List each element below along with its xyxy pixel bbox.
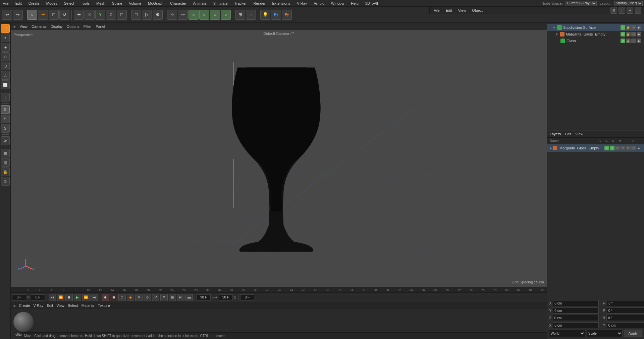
mesh-tool-1[interactable]: ✦ xyxy=(1,33,10,42)
snap-btn[interactable]: ⊹ xyxy=(167,10,177,20)
z-pos-input[interactable]: 0 cm xyxy=(553,315,599,321)
rotate-tool[interactable]: ↺ xyxy=(59,10,69,20)
del-key-btn[interactable]: ✕ xyxy=(135,294,143,301)
layer-btn-s[interactable]: ✓ xyxy=(604,146,609,150)
subdiv-vis-btn[interactable]: ✓ xyxy=(621,25,625,30)
tab-file[interactable]: File xyxy=(432,8,441,12)
menu-render[interactable]: Render xyxy=(252,1,267,5)
motion-btn[interactable]: M xyxy=(160,294,168,301)
y-axis-btn[interactable]: Y xyxy=(95,10,105,20)
tab-view[interactable]: View xyxy=(457,8,468,12)
glass-arrow-btn[interactable]: ▶ xyxy=(637,39,641,43)
move-3d[interactable]: ↕ xyxy=(1,93,10,101)
sculpt-s2[interactable]: S xyxy=(1,115,10,123)
y-pos-input[interactable]: 0 cm xyxy=(553,308,599,314)
vp-menu-view[interactable]: View xyxy=(19,24,28,28)
preview-start-input[interactable] xyxy=(197,294,211,300)
mat-menu-icon[interactable]: ≡ xyxy=(13,303,15,308)
menu-arnold[interactable]: Arnold xyxy=(312,1,326,5)
menu-select[interactable]: Select xyxy=(63,1,76,5)
mat-menu-select[interactable]: Select xyxy=(68,303,78,308)
panel-icon-1[interactable]: ⊞ xyxy=(610,7,617,14)
py-btn2[interactable]: Py xyxy=(282,10,292,20)
glass-empty-vis-btn[interactable]: ✓ xyxy=(621,32,625,37)
layer-btn-v[interactable]: ✓ xyxy=(610,146,614,150)
selection-tool[interactable]: ○ xyxy=(27,10,37,20)
glass-empty-arrow-btn[interactable]: ▶ xyxy=(637,32,641,37)
subdiv-lock-btn[interactable]: 🔒 xyxy=(626,25,631,30)
vp-menu-icon[interactable]: ≡ xyxy=(13,24,15,28)
y-scale-input[interactable]: 0 cm xyxy=(607,322,644,328)
key-mode-btn[interactable]: ⊹ xyxy=(144,294,151,301)
layers-tab-layers[interactable]: Layers xyxy=(550,132,561,136)
menu-extensions[interactable]: Extensions xyxy=(271,1,291,5)
prev-frame-btn[interactable]: ⏪ xyxy=(57,294,64,301)
circle-tool[interactable]: ⊙ xyxy=(1,177,10,186)
menu-create[interactable]: Create xyxy=(27,1,41,5)
add-tool[interactable]: ✛ xyxy=(74,10,84,20)
h-rot-input[interactable]: 0 ° xyxy=(607,300,644,306)
x-axis-btn[interactable]: X xyxy=(85,10,95,20)
world-coord-btn[interactable]: □ xyxy=(117,10,127,20)
mat-menu-create[interactable]: Create xyxy=(19,303,30,308)
hier-item-glass-empty[interactable]: ▼ Margarita_Glass_Empty ✓ 🔒 ⋯ ▶ xyxy=(547,31,644,38)
tab-edit[interactable]: Edit xyxy=(444,8,453,12)
sculpt-s3[interactable]: S xyxy=(1,124,10,133)
menu-mesh[interactable]: Mesh xyxy=(95,1,107,5)
zone-btn[interactable]: ▬ xyxy=(185,294,193,301)
frame-end-input[interactable] xyxy=(240,294,254,300)
layers-tab-edit[interactable]: Edit xyxy=(565,132,571,136)
circle-3[interactable]: ○ xyxy=(210,10,220,20)
subdiv-more-btn[interactable]: ⋯ xyxy=(631,25,636,30)
circle-1[interactable]: ○ xyxy=(189,10,199,20)
menu-spline[interactable]: Spline xyxy=(111,1,124,5)
autokey-btn[interactable]: ⏱ xyxy=(118,294,126,301)
sculpt-s1[interactable]: S xyxy=(1,105,10,114)
mesh-tool-4[interactable]: ⬡ xyxy=(1,62,10,70)
material-sphere[interactable] xyxy=(13,312,34,332)
tab-object[interactable]: Object xyxy=(471,8,484,12)
vp-menu-options[interactable]: Options xyxy=(67,24,79,28)
stop-btn[interactable]: ⏹ xyxy=(65,294,73,301)
panel-icon-3[interactable]: ↔ xyxy=(627,7,633,14)
menu-3dtoall[interactable]: 3DToAll xyxy=(364,1,379,5)
record-btn[interactable]: ⏺ xyxy=(102,294,109,301)
menu-tracker[interactable]: Tracker xyxy=(233,1,248,5)
mesh-tool-5[interactable]: △ xyxy=(1,71,10,80)
menu-character[interactable]: Character xyxy=(169,1,187,5)
circle-4[interactable]: ○ xyxy=(221,10,231,20)
pen-tool[interactable]: ✏ xyxy=(178,10,188,20)
panel-icon-4[interactable]: ⛶ xyxy=(635,7,641,14)
menu-animate[interactable]: Animate xyxy=(192,1,208,5)
go-to-end-btn[interactable]: ⏭ xyxy=(91,294,98,301)
layers-tool[interactable]: ▧ xyxy=(1,158,10,167)
x-pos-input[interactable]: 0 cm xyxy=(553,300,599,306)
glass-vis-btn[interactable]: ✓ xyxy=(621,39,625,43)
node-space-select[interactable]: Current (V-Ray) xyxy=(566,1,597,6)
menu-modes[interactable]: Modes xyxy=(45,1,59,5)
menu-volume[interactable]: Volume xyxy=(128,1,143,5)
py-btn[interactable]: Py xyxy=(271,10,281,20)
snap-timeline-btn[interactable]: ⋈ xyxy=(177,294,184,301)
rotation-tool[interactable]: ⟳ xyxy=(1,136,10,145)
circle-2[interactable]: ○ xyxy=(199,10,209,20)
transform-mode-select[interactable]: Scale xyxy=(587,330,623,337)
layer-btn-a[interactable]: □ xyxy=(631,146,636,150)
frame-field[interactable] xyxy=(31,294,45,300)
layers-tab-view[interactable]: View xyxy=(575,132,583,136)
scale-tool[interactable]: □ xyxy=(49,10,59,20)
mesh-tool-3[interactable]: ◇ xyxy=(1,52,10,61)
p-rot-input[interactable]: 0 ° xyxy=(607,308,644,314)
menu-window[interactable]: Window xyxy=(330,1,345,5)
glass-more-btn[interactable]: ⋯ xyxy=(631,39,636,43)
redo-btn[interactable]: ↪ xyxy=(13,10,23,20)
layer-btn-r[interactable]: □ xyxy=(615,146,620,150)
curve-btn[interactable]: P xyxy=(152,294,159,301)
grid-btn[interactable]: ⊞ xyxy=(235,10,245,20)
menu-help[interactable]: Help xyxy=(350,1,360,5)
vp-menu-filter[interactable]: Filter xyxy=(84,24,92,28)
layer-arrow-right[interactable]: ▶ xyxy=(637,146,641,150)
vp-menu-display[interactable]: Display xyxy=(51,24,63,28)
layer-btn-l[interactable]: □ xyxy=(626,146,631,150)
preview-end-input[interactable] xyxy=(219,294,233,300)
